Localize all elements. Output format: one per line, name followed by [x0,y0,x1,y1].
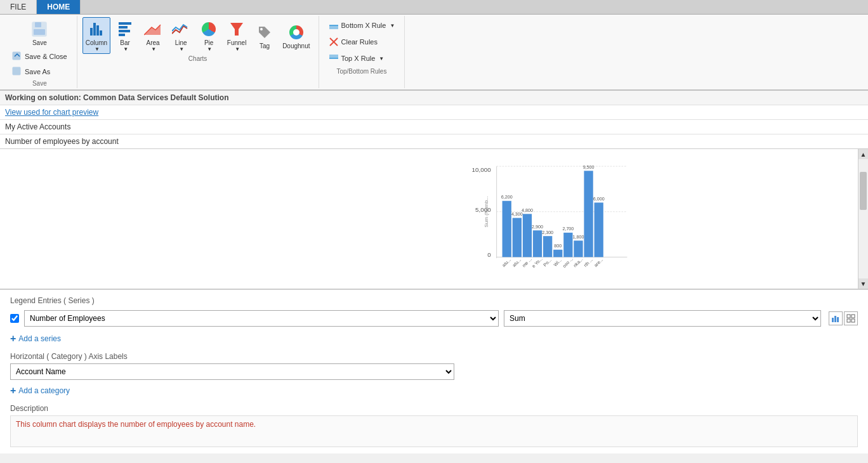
bottom-panel: Legend Entries ( Series ) Number of Empl… [0,289,868,453]
charts-section-label: Charts [188,55,207,62]
top-x-rule-button[interactable]: Top X Rule ▼ [324,51,400,65]
svg-rect-25 [513,218,522,258]
svg-text:9,500: 9,500 [583,165,595,170]
column-label: Column [86,39,107,46]
top-x-rule-arrow: ▼ [379,56,384,62]
series-bar-icon-button[interactable] [829,311,843,325]
ribbon: Save Save & Close Save As Save [0,15,868,91]
svg-rect-4 [13,67,20,75]
bar-chart-button[interactable]: Bar ▼ [112,17,138,54]
svg-text:2,300: 2,300 [542,230,553,235]
svg-text:800: 800 [554,244,562,249]
svg-rect-31 [533,230,542,257]
funnel-chart-button[interactable]: Funnel ▼ [223,17,250,54]
chart-title: Number of employees by account [0,134,868,149]
svg-point-7 [260,28,263,30]
svg-rect-53 [834,316,836,322]
add-series-button[interactable]: + Add a series [10,330,858,347]
tab-file[interactable]: FILE [0,0,37,14]
svg-text:me ...: me ... [522,257,533,268]
svg-text:0: 0 [487,251,491,258]
area-label: Area [147,39,160,46]
chart-buttons-row: Column ▼ Bar ▼ [82,17,313,54]
svg-rect-58 [852,319,855,322]
svg-text:nka...: nka... [572,257,584,268]
bar-chart-svg: 10,000 5,000 0 Sum (Numb... 6,200 atu... [25,162,845,270]
svg-rect-2 [34,29,45,35]
save-as-label: Save As [25,68,50,75]
bottom-x-rule-button[interactable]: Bottom X Rule ▼ [324,18,400,32]
workspace: Working on solution: Common Data Service… [0,91,868,453]
svg-text:1,800: 1,800 [573,235,584,240]
svg-rect-37 [553,250,562,258]
vertical-scrollbar[interactable]: ▲ ▼ [858,149,868,289]
svg-rect-34 [543,236,552,257]
svg-text:Sum (Numb...: Sum (Numb... [483,196,489,228]
svg-marker-5 [144,25,161,35]
top-x-rule-icon [329,53,339,63]
line-chart-button[interactable]: Line ▼ [168,17,194,54]
svg-text:rth ...: rth ... [583,258,594,268]
add-category-label: Add a category [18,386,70,395]
horizontal-axis-label: Horizontal ( Category ) Axis Labels [10,352,858,361]
svg-text:2,700: 2,700 [562,226,574,232]
save-label: Save [32,39,47,46]
tab-home[interactable]: HOME [37,0,81,14]
series-checkbox[interactable] [10,314,19,323]
clear-rules-label: Clear Rules [341,38,378,46]
scroll-down-arrow[interactable]: ▼ [858,278,868,289]
category-dropdown[interactable]: Account Name [10,363,454,380]
svg-text:4,800: 4,800 [522,208,533,213]
doughnut-chart-icon [286,22,306,42]
doughnut-chart-button[interactable]: Doughnut [279,20,313,51]
column-chart-button[interactable]: Column ▼ [82,17,110,54]
clear-rules-icon [329,37,339,47]
svg-rect-46 [584,171,593,257]
add-category-plus: + [10,385,16,396]
clear-rules-button[interactable]: Clear Rules [324,35,400,49]
svg-text:Wi...: Wi... [553,258,563,268]
save-section-label: Save [32,80,47,87]
line-dropdown-arrow: ▼ [179,46,184,52]
series-grid-icon-button[interactable] [844,311,858,325]
charts-section: Column ▼ Bar ▼ [77,16,319,88]
svg-rect-28 [523,214,532,257]
tab-bar: FILE HOME [0,0,868,15]
bottom-x-rule-label: Bottom X Rule [341,22,386,29]
svg-text:4,300: 4,300 [511,212,523,217]
add-category-button[interactable]: + Add a category [10,382,858,399]
svg-rect-12 [329,55,338,58]
save-close-button[interactable]: Save & Close [8,49,72,63]
svg-text:10,000: 10,000 [472,166,492,173]
svg-text:oso ...: oso ... [562,256,574,268]
pie-dropdown-arrow: ▼ [207,46,212,52]
series-field-dropdown[interactable]: Number of Employees [24,310,499,327]
area-dropdown-arrow: ▼ [151,46,156,52]
working-on-bar: Working on solution: Common Data Service… [0,91,868,105]
save-as-button[interactable]: Save As [8,65,72,79]
pie-label: Pie [204,39,213,46]
add-series-label: Add a series [18,334,61,343]
top-x-rule-label: Top X Rule [341,55,376,62]
area-chart-button[interactable]: Area ▼ [140,17,166,54]
tag-chart-button[interactable]: Tag [251,20,278,51]
series-row: Number of Employees Sum [10,310,858,327]
svg-text:atu...: atu... [511,258,522,268]
description-label: Description [10,404,858,413]
scroll-up-arrow[interactable]: ▲ [858,149,868,159]
pie-chart-icon [199,19,219,39]
series-icon-buttons [829,311,858,325]
pie-chart-button[interactable]: Pie ▼ [195,17,222,54]
save-button[interactable]: Save [25,17,53,48]
scroll-thumb[interactable] [860,172,867,210]
top-bottom-section: Bottom X Rule ▼ Clear Rules Top X Rule ▼… [319,16,405,88]
save-close-label: Save & Close [25,53,67,60]
bottom-x-rule-arrow: ▼ [390,23,395,29]
view-used-link[interactable]: View used for chart preview [0,105,868,120]
svg-rect-55 [847,315,850,318]
bottom-x-rule-icon [329,20,339,30]
bar-chart-icon [115,19,135,39]
svg-rect-1 [35,22,41,27]
aggregation-dropdown[interactable]: Sum [504,310,821,327]
line-label: Line [175,39,187,46]
